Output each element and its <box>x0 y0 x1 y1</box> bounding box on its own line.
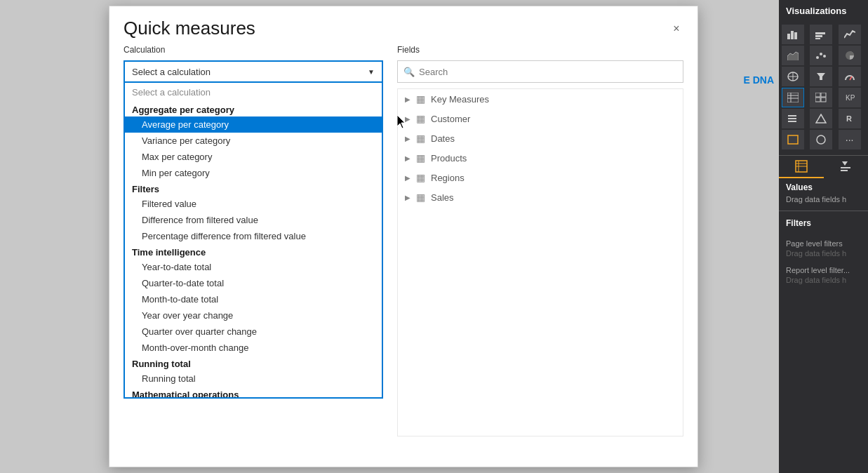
viz-icon-column[interactable] <box>810 25 832 44</box>
dropdown-item-mtd[interactable]: Month-to-date total <box>125 291 382 307</box>
field-name-sales: Sales <box>431 192 454 203</box>
filters-title: Filters <box>786 218 861 228</box>
viz-tab-format[interactable] <box>824 156 869 178</box>
viz-icon-map[interactable] <box>782 67 804 86</box>
viz-icon-gauge[interactable] <box>839 67 861 86</box>
svg-point-29 <box>817 135 825 144</box>
dropdown-placeholder-item[interactable]: Select a calculation <box>125 83 382 102</box>
fields-section: Fields 🔍 ▶ ▦ Key Measures ▶ ▦ Customer <box>397 45 683 449</box>
viz-icon-kpi[interactable]: KPI <box>839 88 861 107</box>
svg-rect-3 <box>815 32 825 34</box>
table-icon-sales: ▦ <box>416 192 425 203</box>
field-name-key-measures: Key Measures <box>431 94 489 105</box>
dropdown-item-min[interactable]: Min per category <box>125 165 382 181</box>
calculation-dropdown-list[interactable]: Select a calculation Aggregate per categ… <box>123 83 383 399</box>
quick-measures-dialog: Quick measures × Calculation Select a ca… <box>109 6 698 467</box>
panel-divider-1 <box>779 211 868 211</box>
svg-rect-25 <box>788 121 796 122</box>
viz-icon-area[interactable] <box>782 46 804 65</box>
field-item-key-measures[interactable]: ▶ ▦ Key Measures <box>398 89 683 109</box>
dropdown-group-running: Running total <box>125 356 382 371</box>
viz-tabs <box>779 155 868 178</box>
expand-icon-sales: ▶ <box>405 194 410 201</box>
svg-rect-14 <box>787 93 799 102</box>
field-name-products: Products <box>431 153 467 164</box>
calculation-section: Calculation Select a calculation ▼ Selec… <box>123 45 383 449</box>
close-button[interactable]: × <box>669 22 683 36</box>
svg-rect-0 <box>787 34 790 39</box>
table-icon-customer: ▦ <box>416 113 425 124</box>
values-section: Values Drag data fields h <box>779 178 868 208</box>
dropdown-item-qoq[interactable]: Quarter over quarter change <box>125 324 382 340</box>
viz-icon-more[interactable]: ··· <box>839 130 861 149</box>
svg-rect-5 <box>815 38 820 39</box>
viz-icon-table[interactable] <box>782 88 804 107</box>
table-icon-products: ▦ <box>416 152 425 164</box>
report-filters-label: Report level filter... <box>786 266 861 274</box>
viz-icon-shape[interactable] <box>810 109 832 128</box>
viz-icon-scatter[interactable] <box>810 46 832 65</box>
dropdown-item-variance[interactable]: Variance per category <box>125 133 382 149</box>
svg-text:KPI: KPI <box>846 94 855 102</box>
viz-icons-grid: KPI R ··· <box>779 22 868 152</box>
viz-icon-line[interactable] <box>839 25 861 44</box>
dialog-body: Calculation Select a calculation ▼ Selec… <box>109 45 697 449</box>
viz-icon-globe[interactable] <box>810 130 832 149</box>
viz-icon-funnel[interactable] <box>810 67 832 86</box>
viz-icon-custom1[interactable] <box>782 130 804 149</box>
dropdown-item-ytd[interactable]: Year-to-date total <box>125 259 382 275</box>
svg-marker-26 <box>816 114 826 123</box>
right-panel: Visualizations <box>779 0 868 473</box>
report-filters-section: Report level filter... Drag data fields … <box>779 262 868 288</box>
dropdown-item-average[interactable]: Average per category <box>125 116 382 133</box>
svg-point-6 <box>816 56 819 59</box>
svg-marker-12 <box>817 73 825 80</box>
dropdown-item-running-total[interactable]: Running total <box>125 371 382 387</box>
field-item-products[interactable]: ▶ ▦ Products <box>398 148 683 168</box>
dropdown-item-pct-diff-filtered[interactable]: Percentage difference from filtered valu… <box>125 228 382 244</box>
viz-icon-pie[interactable] <box>839 46 861 65</box>
svg-line-13 <box>850 76 852 80</box>
viz-icon-r[interactable]: R <box>839 109 861 128</box>
dropdown-item-diff-filtered[interactable]: Difference from filtered value <box>125 212 382 228</box>
dropdown-group-aggregate: Aggregate per category <box>125 102 382 116</box>
field-list: ▶ ▦ Key Measures ▶ ▦ Customer ▶ ▦ Dates … <box>397 88 683 437</box>
svg-rect-35 <box>841 170 848 171</box>
field-item-customer[interactable]: ▶ ▦ Customer <box>398 109 683 128</box>
dialog-title: Quick measures <box>123 18 255 39</box>
dropdown-item-qtd[interactable]: Quarter-to-date total <box>125 275 382 291</box>
svg-rect-1 <box>791 31 794 39</box>
report-filters-hint: Drag data fields h <box>786 276 861 284</box>
calculation-dropdown-trigger[interactable]: Select a calculation ▼ <box>123 60 383 83</box>
field-item-regions[interactable]: ▶ ▦ Regions <box>398 168 683 187</box>
search-box[interactable]: 🔍 <box>397 60 683 83</box>
svg-rect-23 <box>788 115 796 116</box>
svg-rect-18 <box>815 93 820 97</box>
page-filters-section: Page level filters Drag data fields h <box>779 235 868 262</box>
field-item-dates[interactable]: ▶ ▦ Dates <box>398 128 683 148</box>
search-input[interactable] <box>419 67 677 77</box>
svg-rect-20 <box>815 98 820 102</box>
viz-tab-fields[interactable] <box>779 156 824 178</box>
calculation-label: Calculation <box>123 45 383 55</box>
svg-point-7 <box>820 53 822 55</box>
field-name-customer: Customer <box>431 114 470 124</box>
expand-icon-key-measures: ▶ <box>405 95 410 103</box>
dropdown-item-mom[interactable]: Month-over-month change <box>125 340 382 356</box>
svg-rect-21 <box>821 98 826 102</box>
dropdown-arrow-icon: ▼ <box>368 68 375 76</box>
viz-icon-slicer[interactable] <box>782 109 804 128</box>
dropdown-item-max[interactable]: Max per category <box>125 149 382 165</box>
dropdown-item-yoy[interactable]: Year over year change <box>125 307 382 324</box>
filters-section: Filters <box>779 214 868 235</box>
dialog-header: Quick measures × <box>109 6 697 45</box>
viz-icon-matrix[interactable] <box>810 88 832 107</box>
svg-rect-2 <box>794 32 797 39</box>
svg-rect-4 <box>815 35 822 37</box>
dna-label: E DNA <box>743 74 774 86</box>
viz-icon-bar[interactable] <box>782 25 804 44</box>
svg-point-8 <box>823 55 826 58</box>
dropdown-item-filtered-value[interactable]: Filtered value <box>125 196 382 212</box>
expand-icon-products: ▶ <box>405 154 410 162</box>
field-item-sales[interactable]: ▶ ▦ Sales <box>398 187 683 207</box>
